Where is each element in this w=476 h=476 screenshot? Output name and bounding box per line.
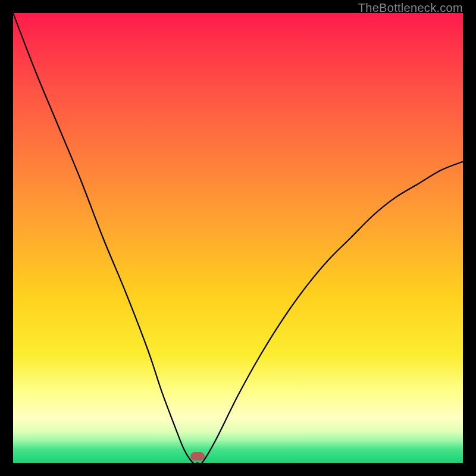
bottleneck-curve bbox=[13, 13, 463, 463]
optimum-marker bbox=[190, 452, 205, 461]
plot-area bbox=[13, 13, 463, 463]
chart-frame: TheBottleneck.com bbox=[0, 0, 476, 476]
